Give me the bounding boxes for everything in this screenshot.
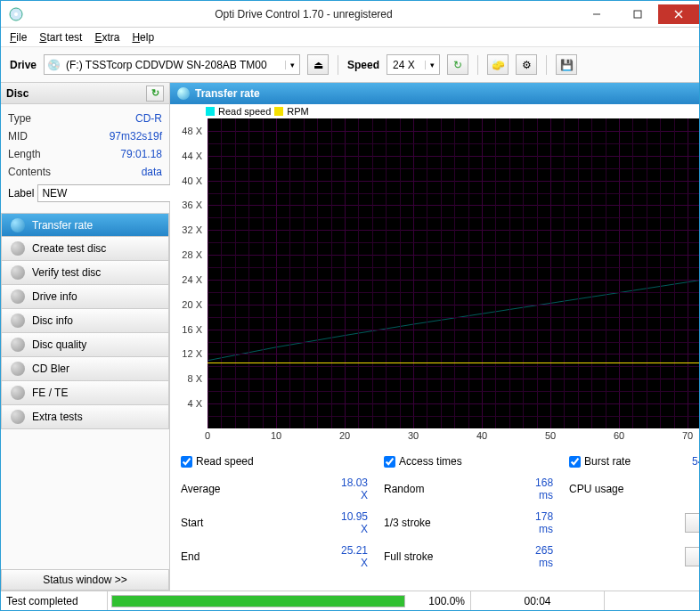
y-axis: 4 X8 X12 X16 X20 X24 X28 X32 X36 X40 X44… <box>170 118 206 428</box>
save-button[interactable]: 💾 <box>556 54 577 75</box>
results-grid: Read speed Access times Burst rate 54.4 … <box>170 448 700 576</box>
access-times-checkbox[interactable] <box>384 456 395 468</box>
eject-button[interactable]: ⏏ <box>307 54 329 75</box>
y-tick: 28 X <box>182 249 202 260</box>
y-tick: 48 X <box>182 126 202 136</box>
start-value: 10.95 X <box>341 510 384 535</box>
content: Transfer rate Read speed RPM 4 X8 X12 X1… <box>170 83 700 591</box>
y-tick: 16 X <box>182 324 202 335</box>
settings-button[interactable]: ⚙ <box>516 54 537 75</box>
disc-icon <box>11 362 25 376</box>
progress-bar <box>111 595 405 607</box>
nav-transfer-rate[interactable]: Transfer rate <box>1 213 169 237</box>
window-controls <box>576 4 699 24</box>
drive-text: (F:) TSSTcorp CDDVDW SN-208AB TM00 <box>62 59 285 71</box>
chart-legend: Read speed RPM <box>170 104 700 118</box>
nav-item-label: Disc info <box>32 314 73 327</box>
menu-file[interactable]: File <box>10 31 27 44</box>
status-window-button[interactable]: Status window >> <box>1 569 169 591</box>
status-message: Test completed <box>1 591 108 610</box>
y-tick: 24 X <box>182 274 202 285</box>
disc-icon <box>11 338 25 352</box>
menubar: File Start test Extra Help <box>1 28 699 47</box>
speed-selector[interactable]: 24 X ▾ <box>387 54 440 75</box>
legend-swatch-read <box>206 107 215 116</box>
drive-selector[interactable]: 💿 (F:) TSSTcorp CDDVDW SN-208AB TM00 ▾ <box>44 54 300 75</box>
nav-list: Transfer rate Create test disc Verify te… <box>1 213 169 429</box>
nav-verify-test-disc[interactable]: Verify test disc <box>1 261 169 285</box>
y-tick: 40 X <box>182 175 202 186</box>
access-times-label: Access times <box>399 455 462 468</box>
disc-icon <box>11 410 25 424</box>
legend-read-label: Read speed <box>218 106 271 117</box>
disc-panel-header: Disc ↻ <box>1 83 169 104</box>
disc-icon <box>11 386 25 400</box>
drive-label: Drive <box>10 59 37 71</box>
burst-rate-checkbox[interactable] <box>569 456 581 468</box>
mid-label: MID <box>8 130 28 143</box>
x-axis: 01020304050607080min <box>208 430 700 448</box>
chart-plot <box>208 118 700 428</box>
burst-rate-value: 54.4 MB/s <box>685 455 700 468</box>
read-speed-checkbox[interactable] <box>181 456 192 468</box>
nav-drive-info[interactable]: Drive info <box>1 285 169 309</box>
length-value: 79:01.18 <box>120 148 162 160</box>
chevron-down-icon: ▾ <box>285 61 299 69</box>
y-tick: 12 X <box>182 348 202 359</box>
stroke13-value: 178 ms <box>535 510 569 535</box>
start-part-button[interactable]: Start part <box>685 547 700 566</box>
disc-icon <box>11 314 25 328</box>
separator <box>546 55 547 75</box>
nav-extra-tests[interactable]: Extra tests <box>1 405 169 429</box>
stroke13-label: 1/3 stroke <box>384 517 535 529</box>
label-input[interactable] <box>37 184 180 202</box>
x-tick: 30 <box>408 430 419 441</box>
nav-create-test-disc[interactable]: Create test disc <box>1 237 169 261</box>
average-label: Average <box>181 483 341 495</box>
separator <box>477 55 478 75</box>
disc-info: TypeCD-R MID97m32s19f Length79:01.18 Con… <box>1 104 169 208</box>
disc-icon <box>11 265 25 280</box>
y-tick: 20 X <box>182 299 202 310</box>
refresh-button[interactable]: ↻ <box>447 54 468 75</box>
svg-rect-3 <box>634 11 641 18</box>
menu-help[interactable]: Help <box>132 31 154 44</box>
erase-button[interactable]: 🧽 <box>487 54 509 75</box>
disc-refresh-button[interactable]: ↻ <box>146 86 164 102</box>
disc-icon <box>11 241 25 256</box>
x-tick: 40 <box>476 430 487 441</box>
statusbar: Test completed 100.0% 00:04 <box>1 591 699 610</box>
disc-icon: 💿 <box>45 59 62 71</box>
menu-start-test[interactable]: Start test <box>39 31 82 44</box>
menu-extra[interactable]: Extra <box>94 31 119 44</box>
x-tick: 0 <box>205 430 210 441</box>
nav-item-label: Extra tests <box>32 411 83 423</box>
type-value: CD-R <box>135 112 162 125</box>
read-speed-label: Read speed <box>196 455 254 468</box>
nav-disc-quality[interactable]: Disc quality <box>1 333 169 357</box>
average-value: 18.03 X <box>341 477 384 501</box>
y-tick: 8 X <box>187 373 202 384</box>
nav-disc-info[interactable]: Disc info <box>1 309 169 333</box>
disc-icon <box>177 87 190 100</box>
end-label: End <box>181 550 341 563</box>
chart-area: 4 X8 X12 X16 X20 X24 X28 X32 X36 X40 X44… <box>170 118 700 448</box>
minimize-button[interactable] <box>576 4 617 24</box>
cpu-label: CPU usage <box>569 483 685 495</box>
cpu-value: 11 % <box>685 483 700 495</box>
burst-rate-label: Burst rate <box>584 455 631 468</box>
start-full-button[interactable]: Start full <box>685 513 700 533</box>
label-label: Label <box>8 187 34 200</box>
main: Disc ↻ TypeCD-R MID97m32s19f Length79:01… <box>1 83 699 591</box>
type-label: Type <box>8 112 31 125</box>
progress-fill <box>112 596 404 607</box>
disc-icon <box>11 218 25 232</box>
maximize-button[interactable] <box>617 4 658 24</box>
close-button[interactable] <box>658 4 699 24</box>
nav-fe-te[interactable]: FE / TE <box>1 381 169 405</box>
x-tick: 50 <box>545 430 556 441</box>
contents-value: data <box>142 166 162 178</box>
nav-cd-bler[interactable]: CD Bler <box>1 357 169 381</box>
random-value: 168 ms <box>535 477 569 501</box>
mid-value: 97m32s19f <box>110 130 162 143</box>
